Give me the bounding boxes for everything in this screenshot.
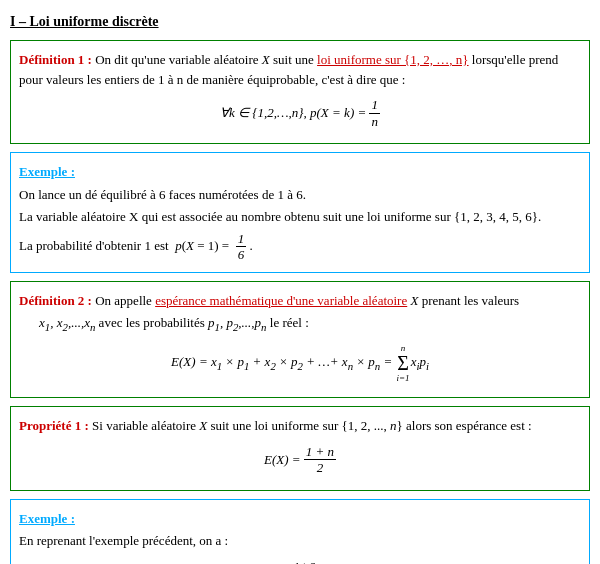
definition1-content: Définition 1 : On dit qu'une variable al… [19,50,581,89]
def2-math: E(X) = x1 × p1 + x2 × p2 + …+ xn × pn = … [19,343,581,383]
definition2-line2: x1, x2,...,xn avec les probabilités p1, … [39,313,581,335]
def1-text1: On dit qu'une variable aléatoire X suit … [19,52,558,87]
def1-math: ∀k ∈ {1,2,…,n}, p(X = k) = 1 n [19,97,581,129]
prop1-math: E(X) = 1 + n 2 [19,444,581,476]
example2-line1: En reprenant l'exemple précédent, on a : [19,531,581,551]
example2-math: E(X) = 1+6 2 = 3,5 [19,559,581,564]
definition2-box: Définition 2 : On appelle espérance math… [10,281,590,398]
def2-text: On appelle espérance mathématique d'une … [95,293,519,308]
example1-label: Exemple : [19,162,581,182]
example1-line3: La probabilité d'obtenir 1 est p(X = 1) … [19,231,581,263]
property1-content: Propriété 1 : Si variable aléatoire X su… [19,416,581,436]
prop1-text: Si variable aléatoire X suit une loi uni… [92,418,532,433]
example1-line1: On lance un dé équilibré à 6 faces numér… [19,185,581,205]
example1-box: Exemple : On lance un dé équilibré à 6 f… [10,152,590,273]
def2-label: Définition 2 : [19,293,92,308]
section-title: I – Loi uniforme discrète [10,11,590,32]
definition2-content: Définition 2 : On appelle espérance math… [19,291,581,311]
prop1-label: Propriété 1 : [19,418,89,433]
def1-label: Définition 1 : [19,52,92,67]
example1-line2: La variable aléatoire X qui est associée… [19,207,581,227]
example2-box: Exemple : En reprenant l'exemple précéde… [10,499,590,564]
example2-label: Exemple : [19,509,581,529]
definition1-box: Définition 1 : On dit qu'une variable al… [10,40,590,144]
property1-box: Propriété 1 : Si variable aléatoire X su… [10,406,590,491]
